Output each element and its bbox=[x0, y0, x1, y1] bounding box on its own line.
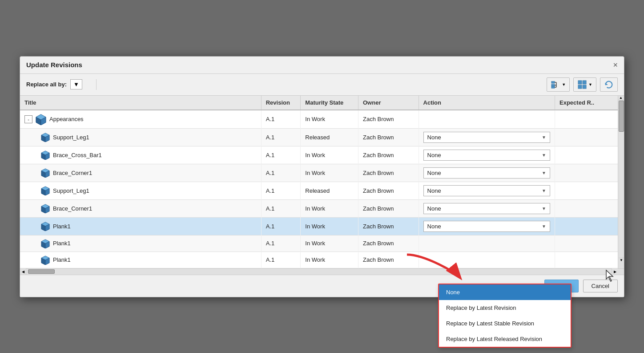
col-action: Action bbox=[419, 96, 555, 110]
part-icon bbox=[40, 239, 50, 248]
cell-expected bbox=[555, 252, 618, 268]
grid-icon bbox=[577, 80, 587, 89]
structure-view-button[interactable]: ▼ bbox=[547, 77, 570, 92]
scroll-right-button[interactable]: ▶ bbox=[612, 268, 618, 275]
reset-button[interactable] bbox=[600, 77, 618, 92]
action-dropdown-trigger[interactable]: None▼ bbox=[423, 132, 550, 143]
chevron-down-icon: ▼ bbox=[562, 82, 566, 87]
dropdown-menu-item[interactable]: Replace by Latest Stable Revision bbox=[439, 316, 571, 331]
action-dropdown-trigger[interactable]: None▼ bbox=[423, 150, 550, 161]
part-icon bbox=[40, 132, 50, 142]
h-scrollbar-track bbox=[26, 269, 612, 274]
cell-title: - Appearances bbox=[20, 110, 261, 129]
part-icon bbox=[40, 150, 50, 160]
item-title: Appearances bbox=[49, 116, 84, 122]
cell-expected bbox=[555, 235, 618, 252]
action-dropdown-trigger[interactable]: None▼ bbox=[423, 221, 550, 232]
cell-title: Plank1 bbox=[20, 252, 261, 268]
h-scroll-thumb[interactable] bbox=[28, 269, 55, 274]
cell-expected bbox=[555, 164, 618, 182]
cell-owner: Zach Brown bbox=[358, 146, 419, 164]
cell-owner: Zach Brown bbox=[358, 252, 419, 268]
table-wrapper: Title Revision Maturity State Owner Acti… bbox=[20, 96, 624, 268]
cell-revision: A.1 bbox=[261, 199, 301, 217]
dropdown-menu-item[interactable]: Replace by Latest Released Revision bbox=[439, 331, 571, 347]
close-button[interactable]: × bbox=[613, 61, 618, 69]
item-title: Brace_Corner1 bbox=[53, 170, 92, 176]
cell-action: None▼ bbox=[419, 128, 555, 146]
part-icon bbox=[40, 186, 50, 195]
cell-title: Plank1 bbox=[20, 235, 261, 252]
expand-button[interactable]: - bbox=[24, 115, 32, 123]
scroll-thumb[interactable] bbox=[619, 101, 624, 132]
cell-expected bbox=[555, 110, 618, 129]
cell-revision: A.1 bbox=[261, 146, 301, 164]
cell-maturity: Released bbox=[301, 182, 358, 199]
action-dropdown-label: None bbox=[427, 152, 441, 158]
cell-revision: A.1 bbox=[261, 235, 301, 252]
svg-rect-0 bbox=[551, 81, 555, 83]
scroll-up-button[interactable]: ▲ bbox=[618, 96, 624, 100]
cell-expected bbox=[555, 217, 618, 235]
cell-action: None▼ bbox=[419, 146, 555, 164]
scroll-left-button[interactable]: ◀ bbox=[20, 268, 26, 275]
chevron-down-icon: ▼ bbox=[542, 206, 546, 211]
cell-revision: A.1 bbox=[261, 110, 301, 129]
cell-owner: Zach Brown bbox=[358, 128, 419, 146]
cell-expected bbox=[555, 128, 618, 146]
assembly-icon bbox=[35, 114, 47, 125]
action-dropdown-trigger[interactable]: None▼ bbox=[423, 167, 550, 179]
table-row: Brace_Corner1A.1In WorkZach BrownNone▼ bbox=[20, 199, 618, 217]
table-header-row: Title Revision Maturity State Owner Acti… bbox=[20, 96, 618, 110]
cell-title: Brace_Cross_Bar1 bbox=[20, 146, 261, 164]
part-icon bbox=[40, 221, 50, 231]
action-dropdown-label: None bbox=[427, 170, 441, 176]
part-icon bbox=[40, 168, 50, 178]
grid-view-button[interactable]: ▼ bbox=[573, 77, 596, 92]
cell-expected bbox=[555, 182, 618, 199]
col-expected: Expected R.. bbox=[555, 96, 618, 110]
vertical-scrollbar[interactable]: ▲ ▼ bbox=[618, 96, 624, 268]
cell-owner: Zach Brown bbox=[358, 199, 419, 217]
cell-title: Support_Leg1 bbox=[20, 182, 261, 199]
cell-action: None▼ bbox=[419, 199, 555, 217]
cell-action bbox=[419, 235, 555, 252]
revisions-table: Title Revision Maturity State Owner Acti… bbox=[20, 96, 618, 268]
cell-owner: Zach Brown bbox=[358, 110, 419, 129]
cell-maturity: Released bbox=[301, 128, 358, 146]
item-title: Brace_Corner1 bbox=[53, 205, 92, 212]
scroll-down-button[interactable]: ▼ bbox=[619, 258, 624, 262]
table-row: Plank1A.1In WorkZach Brown bbox=[20, 235, 618, 252]
cell-revision: A.1 bbox=[261, 252, 301, 268]
action-dropdown-trigger[interactable]: None▼ bbox=[423, 185, 550, 196]
structure-icon bbox=[551, 80, 560, 89]
chevron-down-icon: ▼ bbox=[542, 153, 546, 158]
cell-maturity: In Work bbox=[301, 217, 358, 235]
cancel-button[interactable]: Cancel bbox=[583, 280, 618, 292]
action-dropdown-label: None bbox=[427, 205, 441, 212]
horizontal-scrollbar[interactable]: ◀ ▶ bbox=[20, 268, 624, 275]
action-dropdown-trigger[interactable]: None▼ bbox=[423, 203, 550, 214]
cell-title: Brace_Corner1 bbox=[20, 199, 261, 217]
cell-maturity: In Work bbox=[301, 146, 358, 164]
item-title: Plank1 bbox=[53, 256, 71, 263]
cell-maturity: In Work bbox=[301, 252, 358, 268]
svg-rect-8 bbox=[583, 80, 586, 84]
table-scroll-area: Title Revision Maturity State Owner Acti… bbox=[20, 96, 624, 268]
col-title: Title bbox=[20, 96, 261, 110]
svg-rect-7 bbox=[578, 80, 582, 84]
cell-action: None▼ bbox=[419, 217, 555, 235]
dropdown-menu-item[interactable]: Replace by Latest Revision bbox=[439, 300, 571, 316]
replace-all-dropdown[interactable]: ▼ bbox=[70, 79, 82, 89]
chevron-down-icon: ▼ bbox=[588, 82, 592, 87]
chevron-down-icon: ▼ bbox=[542, 170, 546, 175]
table-row: - AppearancesA.1In WorkZach Brown bbox=[20, 110, 618, 129]
table-row: Brace_Corner1A.1In WorkZach BrownNone▼ bbox=[20, 164, 618, 182]
dropdown-menu-item[interactable]: None bbox=[439, 284, 571, 300]
cell-action: None▼ bbox=[419, 164, 555, 182]
chevron-down-icon: ▼ bbox=[73, 81, 79, 88]
part-icon bbox=[40, 255, 50, 265]
cell-maturity: In Work bbox=[301, 199, 358, 217]
col-maturity: Maturity State bbox=[301, 96, 358, 110]
cell-owner: Zach Brown bbox=[358, 217, 419, 235]
